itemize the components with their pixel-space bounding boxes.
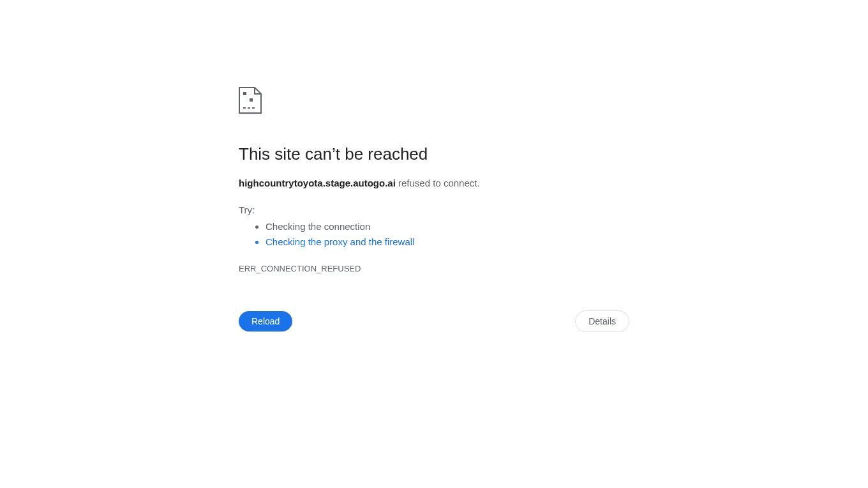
svg-rect-1: [250, 98, 253, 102]
try-label: Try:: [239, 204, 629, 215]
button-row: Reload Details: [239, 310, 629, 332]
error-heading: This site can’t be reached: [239, 144, 629, 164]
svg-rect-0: [243, 92, 246, 95]
host-name: highcountrytoyota.stage.autogo.ai: [239, 178, 396, 188]
suggestion-check-proxy-link[interactable]: Checking the proxy and the firewall: [266, 234, 629, 250]
error-page: This site can’t be reached highcountryto…: [239, 0, 629, 332]
details-button[interactable]: Details: [575, 310, 629, 332]
message-suffix: refused to connect.: [396, 178, 480, 188]
suggestions-list: Checking the connection Checking the pro…: [239, 219, 629, 250]
error-code: ERR_CONNECTION_REFUSED: [239, 264, 629, 273]
sad-page-icon: [239, 87, 629, 116]
suggestion-check-connection: Checking the connection: [266, 219, 629, 234]
reload-button[interactable]: Reload: [239, 311, 292, 332]
error-message: highcountrytoyota.stage.autogo.ai refuse…: [239, 176, 629, 190]
